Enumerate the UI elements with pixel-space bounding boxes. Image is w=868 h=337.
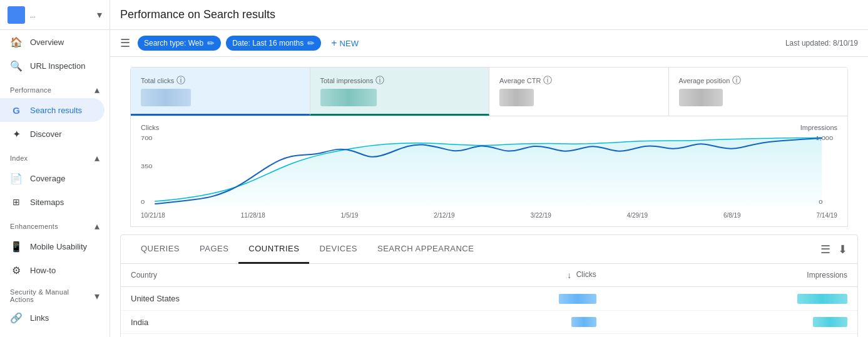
x-label-6: 6/8/19 bbox=[723, 212, 741, 219]
table-row: United States bbox=[121, 287, 857, 311]
x-label-4: 3/22/19 bbox=[530, 212, 551, 219]
col-clicks[interactable]: ↓ Clicks bbox=[400, 264, 606, 287]
search-type-chip[interactable]: Search type: Web ✏ bbox=[138, 36, 221, 51]
sidebar-label-how-to: How-to bbox=[30, 266, 56, 275]
sidebar-item-mobile-usability[interactable]: 📱 Mobile Usability bbox=[0, 234, 105, 258]
tab-pages[interactable]: PAGES bbox=[190, 235, 238, 264]
tab-countries[interactable]: COUNTRIES bbox=[238, 235, 309, 264]
discover-icon: ✦ bbox=[10, 128, 23, 140]
sidebar: ... ▾ 🏠 Overview 🔍 URL Inspection Perfor… bbox=[0, 0, 110, 337]
metrics-row: Total clicks ⓘ Total impressions ⓘ bbox=[130, 67, 848, 116]
page-title: Performance on Search results bbox=[120, 8, 858, 21]
col-country: Country bbox=[121, 264, 400, 287]
chart-container: Clicks Impressions 700 350 0 1,000 0 bbox=[130, 116, 848, 227]
search-type-edit-icon: ✏ bbox=[207, 38, 215, 48]
clicks-legend-label: Clicks bbox=[141, 124, 159, 131]
filter-rows-icon[interactable]: ☰ bbox=[820, 243, 830, 256]
x-label-2: 1/5/19 bbox=[341, 212, 359, 219]
sidebar-header: ... ▾ bbox=[0, 0, 110, 30]
impressions-legend: Impressions bbox=[800, 124, 837, 131]
metric-total-clicks[interactable]: Total clicks ⓘ bbox=[131, 68, 310, 116]
section-label-performance: Performance bbox=[10, 86, 51, 94]
svg-text:0: 0 bbox=[141, 199, 145, 205]
collapse-enhancements-icon: ▴ bbox=[94, 220, 100, 232]
sidebar-item-url-inspection[interactable]: 🔍 URL Inspection bbox=[0, 54, 105, 78]
clicks-cell-1 bbox=[400, 310, 606, 334]
tabs-bar: QUERIES PAGES COUNTRIES DEVICES SEARCH A… bbox=[121, 235, 857, 264]
sidebar-label-coverage: Coverage bbox=[30, 174, 65, 183]
search-type-label: Search type: Web bbox=[144, 39, 203, 48]
clicks-cell-2 bbox=[400, 334, 606, 337]
total-clicks-value bbox=[141, 89, 300, 106]
total-impressions-label: Total impressions ⓘ bbox=[320, 75, 479, 86]
date-edit-icon: ✏ bbox=[307, 38, 315, 48]
filter-icon[interactable]: ☰ bbox=[120, 36, 130, 50]
average-position-info-icon[interactable]: ⓘ bbox=[732, 75, 741, 86]
sidebar-label-url-inspection: URL Inspection bbox=[30, 61, 85, 71]
metric-average-position[interactable]: Average position ⓘ bbox=[669, 68, 848, 116]
x-label-1: 11/28/18 bbox=[241, 212, 265, 219]
sidebar-item-coverage[interactable]: 📄 Coverage bbox=[0, 166, 105, 190]
sidebar-section-performance[interactable]: Performance ▴ bbox=[0, 78, 110, 98]
sidebar-chevron-icon[interactable]: ▾ bbox=[97, 9, 102, 21]
last-updated: Last updated: 8/10/19 bbox=[785, 39, 858, 48]
average-ctr-placeholder bbox=[499, 89, 534, 106]
tab-queries[interactable]: QUERIES bbox=[131, 235, 190, 264]
clicks-bar-1 bbox=[571, 317, 596, 327]
impressions-bar-1 bbox=[813, 317, 847, 327]
total-clicks-info-icon[interactable]: ⓘ bbox=[176, 75, 185, 86]
download-icon[interactable]: ⬇ bbox=[838, 243, 847, 256]
svg-text:700: 700 bbox=[141, 135, 153, 141]
sidebar-item-sitemaps[interactable]: ⊞ Sitemaps bbox=[0, 190, 105, 214]
main-content: Performance on Search results ☰ Search t… bbox=[110, 0, 868, 337]
sort-clicks-icon: ↓ bbox=[567, 270, 571, 280]
sidebar-label-search-results: Search results bbox=[30, 106, 82, 115]
country-cell-2: United Kingdom bbox=[121, 334, 400, 337]
plus-icon: + bbox=[331, 38, 337, 49]
section-label-index: Index bbox=[10, 154, 28, 162]
new-filter-button[interactable]: + NEW bbox=[326, 35, 364, 51]
sidebar-label-sitemaps: Sitemaps bbox=[30, 198, 64, 207]
total-impressions-info-icon[interactable]: ⓘ bbox=[375, 75, 384, 86]
sidebar-item-search-results[interactable]: G Search results bbox=[0, 98, 105, 122]
links-icon: 🔗 bbox=[10, 311, 23, 324]
sidebar-item-discover[interactable]: ✦ Discover bbox=[0, 122, 105, 146]
metric-average-ctr[interactable]: Average CTR ⓘ bbox=[489, 68, 669, 116]
new-label: NEW bbox=[340, 39, 359, 48]
average-position-label: Average position ⓘ bbox=[679, 75, 838, 86]
data-table: Country ↓ Clicks Impressions United Stat… bbox=[121, 264, 857, 337]
tab-search-appearance[interactable]: SEARCH APPEARANCE bbox=[367, 235, 484, 264]
sidebar-section-enhancements[interactable]: Enhancements ▴ bbox=[0, 214, 110, 234]
metric-total-impressions[interactable]: Total impressions ⓘ bbox=[310, 68, 490, 116]
sitemaps-icon: ⊞ bbox=[10, 196, 23, 208]
collapse-security-icon: ▾ bbox=[94, 290, 100, 302]
impressions-cell-1 bbox=[606, 310, 857, 334]
tab-devices[interactable]: DEVICES bbox=[309, 235, 367, 264]
sidebar-item-settings[interactable]: ⚙ Settings bbox=[0, 329, 105, 337]
sidebar-section-security[interactable]: Security & Manual Actions ▾ bbox=[0, 282, 110, 306]
filterbar: ☰ Search type: Web ✏ Date: Last 16 month… bbox=[110, 30, 868, 57]
col-impressions: Impressions bbox=[606, 264, 857, 287]
clicks-cell-0 bbox=[400, 287, 606, 311]
sidebar-item-links[interactable]: 🔗 Links bbox=[0, 306, 105, 329]
tab-actions: ☰ ⬇ bbox=[820, 235, 847, 263]
sidebar-logo bbox=[8, 6, 25, 24]
google-g-icon: G bbox=[10, 104, 23, 116]
home-icon: 🏠 bbox=[10, 36, 23, 48]
sidebar-label-overview: Overview bbox=[30, 38, 64, 47]
total-impressions-value bbox=[320, 89, 479, 106]
collapse-performance-icon: ▴ bbox=[94, 84, 100, 96]
sidebar-section-index[interactable]: Index ▴ bbox=[0, 146, 110, 166]
country-cell-0: United States bbox=[121, 287, 400, 311]
sidebar-item-overview[interactable]: 🏠 Overview bbox=[0, 30, 105, 54]
chart-svg: 700 350 0 1,000 0 bbox=[141, 134, 837, 209]
date-chip[interactable]: Date: Last 16 months ✏ bbox=[226, 36, 321, 51]
sidebar-item-how-to[interactable]: ⚙ How-to bbox=[0, 258, 105, 282]
chart-header: Clicks Impressions bbox=[141, 124, 837, 131]
clicks-legend: Clicks bbox=[141, 124, 159, 131]
table-row: United Kingdom bbox=[121, 334, 857, 337]
average-ctr-info-icon[interactable]: ⓘ bbox=[543, 75, 552, 86]
impressions-cell-2 bbox=[606, 334, 857, 337]
sidebar-label-discover: Discover bbox=[30, 129, 62, 139]
x-label-0: 10/21/18 bbox=[141, 212, 165, 219]
